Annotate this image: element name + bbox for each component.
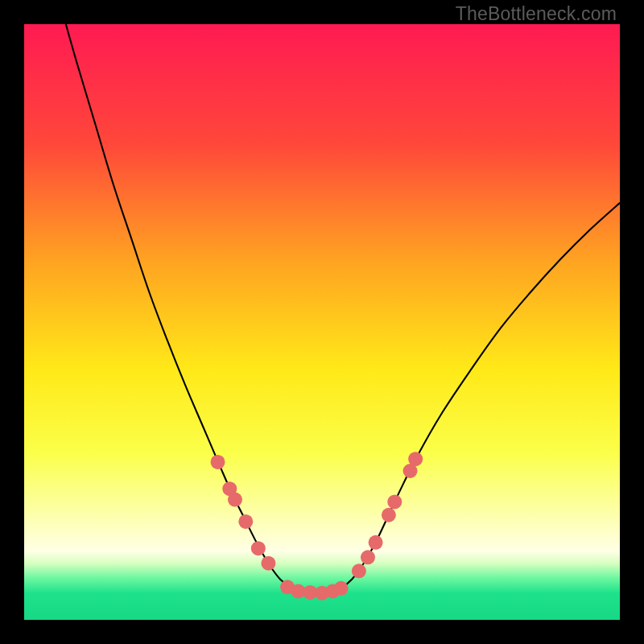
data-marker bbox=[251, 541, 266, 555]
data-marker bbox=[387, 494, 402, 509]
data-marker bbox=[228, 493, 242, 507]
chart-background bbox=[24, 24, 620, 620]
data-marker bbox=[211, 455, 225, 469]
data-marker bbox=[261, 556, 275, 571]
data-marker bbox=[369, 535, 383, 550]
chart-plot bbox=[24, 24, 620, 620]
watermark-text: TheBottleneck.com bbox=[456, 3, 617, 25]
data-marker bbox=[238, 514, 253, 529]
data-marker bbox=[382, 508, 396, 522]
data-marker bbox=[352, 564, 366, 578]
data-marker bbox=[361, 550, 375, 564]
data-marker bbox=[408, 452, 423, 466]
chart-frame bbox=[24, 24, 620, 620]
data-marker bbox=[334, 581, 349, 596]
